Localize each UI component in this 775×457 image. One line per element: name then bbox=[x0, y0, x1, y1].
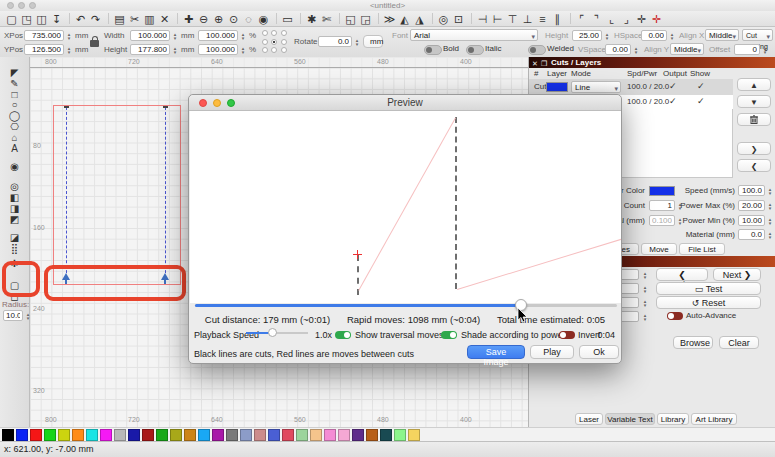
zoom-in-icon[interactable]: ⊕ bbox=[211, 12, 226, 26]
layer-color-swatch[interactable] bbox=[546, 82, 568, 92]
corner-upper-left-icon[interactable]: ⌜ bbox=[574, 12, 589, 26]
palette-swatch[interactable] bbox=[170, 429, 182, 441]
layer-show-checkbox[interactable] bbox=[697, 81, 705, 91]
tab-library[interactable]: Library bbox=[657, 413, 689, 425]
move-to-center-icon[interactable]: ✛ bbox=[634, 12, 649, 26]
group-icon[interactable]: ◱ bbox=[343, 12, 358, 26]
radius-input[interactable] bbox=[3, 310, 23, 321]
corner-lower-left-icon[interactable]: ⌞ bbox=[604, 12, 619, 26]
screen-icon[interactable]: ▭ bbox=[280, 12, 295, 26]
palette-swatch[interactable] bbox=[380, 429, 392, 441]
italic-toggle[interactable] bbox=[466, 45, 484, 55]
frame-icon[interactable]: ⊡ bbox=[451, 12, 466, 26]
laser-field-3-stepper[interactable] bbox=[641, 297, 649, 308]
copy-icon[interactable]: ▤ bbox=[112, 12, 127, 26]
width-percent-input[interactable] bbox=[198, 30, 238, 41]
palette-swatch[interactable] bbox=[212, 429, 224, 441]
show-traversal-toggle[interactable] bbox=[335, 331, 351, 339]
distribute-vertical-icon[interactable]: ∥ bbox=[550, 12, 565, 26]
cut-icon[interactable]: ✂ bbox=[127, 12, 142, 26]
palette-swatch[interactable] bbox=[324, 429, 336, 441]
ypos-stepper[interactable] bbox=[65, 44, 73, 55]
layer-show-checkbox[interactable] bbox=[697, 96, 705, 106]
palette-swatch[interactable] bbox=[310, 429, 322, 441]
width-percent-stepper[interactable] bbox=[239, 30, 247, 41]
layer-row-1[interactable]: Cut Line 100.0 / 20.0 bbox=[529, 79, 733, 95]
laser-field-4-stepper[interactable] bbox=[641, 311, 649, 322]
playback-speed-slider[interactable] bbox=[246, 332, 308, 334]
height-percent-input[interactable] bbox=[198, 44, 238, 55]
device-settings-icon[interactable]: ✱ bbox=[304, 12, 319, 26]
tab-move[interactable]: Move bbox=[641, 243, 677, 255]
show-origin-icon[interactable]: ◎ bbox=[436, 12, 451, 26]
import-icon[interactable]: ↧ bbox=[49, 12, 64, 26]
offset-stepper[interactable] bbox=[761, 44, 769, 55]
new-file-icon[interactable]: ▢ bbox=[4, 12, 19, 26]
zoom-out-icon[interactable]: ⊖ bbox=[196, 12, 211, 26]
detach-panel-icon[interactable]: ❐ bbox=[541, 58, 547, 69]
shade-power-toggle[interactable] bbox=[441, 331, 457, 339]
palette-swatch[interactable] bbox=[44, 429, 56, 441]
palette-swatch[interactable] bbox=[16, 429, 28, 441]
xpos-stepper[interactable] bbox=[65, 30, 73, 41]
palette-swatch[interactable] bbox=[268, 429, 280, 441]
palette-swatch[interactable] bbox=[394, 429, 406, 441]
flip-vertical-icon[interactable]: ◭ bbox=[397, 12, 412, 26]
tab-laser[interactable]: Laser bbox=[575, 413, 603, 425]
height-percent-stepper[interactable] bbox=[239, 44, 247, 55]
laser-field-1-stepper[interactable] bbox=[641, 269, 649, 280]
speed-input[interactable] bbox=[738, 185, 765, 196]
corner-upper-right-icon[interactable]: ⌝ bbox=[589, 12, 604, 26]
palette-swatch[interactable] bbox=[338, 429, 350, 441]
material-stepper[interactable] bbox=[766, 229, 774, 240]
save-image-button[interactable]: Save Image bbox=[467, 345, 525, 359]
power-min-stepper[interactable] bbox=[766, 215, 774, 226]
speed-stepper[interactable] bbox=[766, 185, 774, 196]
hspace-input[interactable] bbox=[641, 30, 667, 41]
layer-panel-prev-button[interactable]: ❮ bbox=[737, 159, 771, 172]
palette-swatch[interactable] bbox=[30, 429, 42, 441]
palette-swatch[interactable] bbox=[100, 429, 112, 441]
pentagon-tool[interactable]: ⌂ bbox=[0, 133, 29, 144]
selected-rectangle-shape[interactable] bbox=[53, 105, 181, 285]
lock-aspect-icon[interactable] bbox=[90, 40, 99, 47]
save-icon[interactable]: ◫ bbox=[34, 12, 49, 26]
rotate-input[interactable] bbox=[318, 36, 352, 47]
palette-swatch[interactable] bbox=[86, 429, 98, 441]
move-to-laser-icon[interactable]: ✛ bbox=[649, 12, 664, 26]
palette-swatch[interactable] bbox=[142, 429, 154, 441]
align-bottom-icon[interactable]: ⊥ bbox=[520, 12, 535, 26]
marker-tool[interactable]: ◉ bbox=[0, 162, 29, 173]
palette-swatch[interactable] bbox=[408, 429, 420, 441]
palette-swatch[interactable] bbox=[366, 429, 378, 441]
palette-swatch[interactable] bbox=[282, 429, 294, 441]
node-edit-icon[interactable]: ✄ bbox=[319, 12, 334, 26]
width-stepper[interactable] bbox=[171, 30, 179, 41]
previous-button[interactable]: ❮ Previous bbox=[656, 268, 708, 281]
browse-button[interactable]: Browse bbox=[673, 336, 713, 349]
height-stepper[interactable] bbox=[171, 44, 179, 55]
draw-lines-tool[interactable]: ✎ bbox=[0, 79, 29, 90]
ok-button[interactable]: Ok bbox=[579, 345, 619, 359]
palette-swatch[interactable] bbox=[226, 429, 238, 441]
clear-button[interactable]: Clear bbox=[719, 336, 759, 349]
font-height-input[interactable] bbox=[572, 30, 602, 41]
ypos-input[interactable] bbox=[24, 44, 64, 55]
hspace-stepper[interactable] bbox=[668, 30, 676, 41]
cuts-layers-header[interactable]: ✕ ❐ Cuts / Layers bbox=[529, 57, 775, 68]
align-top-icon[interactable]: ⊤ bbox=[505, 12, 520, 26]
vspace-input[interactable] bbox=[605, 44, 631, 55]
ungroup-icon[interactable]: ◲ bbox=[358, 12, 373, 26]
rotate-stepper[interactable] bbox=[353, 36, 361, 47]
power-max-input[interactable] bbox=[738, 200, 765, 211]
close-panel-icon[interactable]: ✕ bbox=[532, 58, 538, 69]
palette-swatch[interactable] bbox=[198, 429, 210, 441]
material-input[interactable] bbox=[738, 229, 765, 240]
layer-panel-next-button[interactable]: ❯ bbox=[737, 142, 771, 155]
play-button[interactable]: Play bbox=[530, 345, 574, 359]
palette-swatch[interactable] bbox=[352, 429, 364, 441]
palette-swatch[interactable] bbox=[184, 429, 196, 441]
layer-delete-button[interactable] bbox=[737, 113, 771, 126]
invert-toggle[interactable] bbox=[559, 331, 575, 339]
units-button[interactable]: mm bbox=[363, 35, 383, 48]
